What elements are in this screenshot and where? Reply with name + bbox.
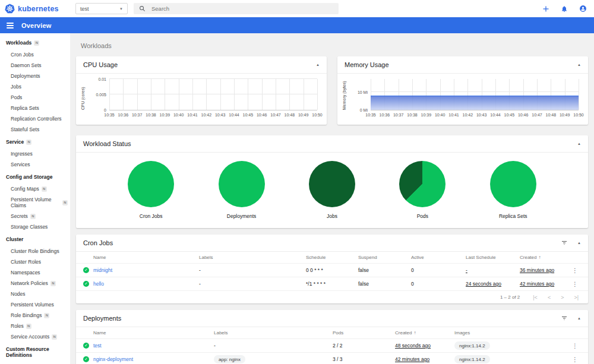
namespaced-badge: N <box>26 324 31 329</box>
resource-link[interactable]: nginx-deployment <box>93 356 214 362</box>
resource-link[interactable]: hello <box>93 281 199 287</box>
row-actions-kebab-icon[interactable]: ⋮ <box>569 343 581 349</box>
grid-vline <box>179 79 179 110</box>
created-value[interactable]: 48 seconds ago <box>395 343 431 349</box>
column-header-labels[interactable]: Labels <box>199 255 306 260</box>
column-header-pods[interactable]: Pods <box>333 330 395 335</box>
pagination-range: 1 – 2 of 2 <box>500 295 520 300</box>
sidebar-section-workloads[interactable]: WorkloadsN <box>0 36 70 49</box>
collapse-icon[interactable]: ▲ <box>577 316 581 320</box>
sidebar-item-deployments[interactable]: Deployments <box>0 71 70 81</box>
grid-hline <box>109 78 317 79</box>
grid-vline <box>165 79 165 110</box>
column-header-last-schedule[interactable]: Last Schedule <box>466 255 520 260</box>
row-actions-kebab-icon[interactable]: ⋮ <box>569 267 581 274</box>
namespace-select[interactable]: test ▼ <box>75 3 128 14</box>
sidebar-section-custom-resource-definitions[interactable]: Custom Resource Definitions <box>0 342 70 362</box>
x-axis-tick-label: 10:47 <box>270 113 281 117</box>
created-value[interactable]: 36 minutes ago <box>520 267 554 273</box>
next-page-icon[interactable]: > <box>561 295 564 300</box>
grid-vline <box>109 79 110 110</box>
sidebar-item-jobs[interactable]: Jobs <box>0 81 70 92</box>
x-axis-tick-label: 10:45 <box>243 113 254 117</box>
pie-chart-cron-jobs[interactable] <box>128 161 174 207</box>
namespaced-badge: N <box>26 140 31 145</box>
sidebar-item-role-bindings[interactable]: Role BindingsN <box>0 310 70 321</box>
created-value[interactable]: 42 minutes ago <box>520 281 554 287</box>
filter-icon[interactable] <box>561 315 568 322</box>
column-header-schedule[interactable]: Schedule <box>306 255 358 260</box>
last_schedule-value[interactable]: 24 seconds ago <box>466 281 501 287</box>
column-header-name[interactable]: Name <box>93 330 214 335</box>
hamburger-menu-icon[interactable] <box>7 23 14 29</box>
sidebar-item-cluster-roles[interactable]: Cluster Roles <box>0 257 70 267</box>
collapse-icon[interactable]: ▲ <box>577 142 581 145</box>
column-header-suspend[interactable]: Suspend <box>358 255 411 260</box>
sidebar-item-daemon-sets[interactable]: Daemon Sets <box>0 60 70 71</box>
sidebar-item-nodes[interactable]: Nodes <box>0 289 70 299</box>
collapse-icon[interactable]: ▲ <box>316 63 320 67</box>
sidebar-item-roles[interactable]: RolesN <box>0 321 70 331</box>
row-actions-kebab-icon[interactable]: ⋮ <box>569 356 581 363</box>
sidebar-section-service[interactable]: ServiceN <box>0 135 70 148</box>
sidebar-item-replication-controllers[interactable]: Replication Controllers <box>0 113 70 124</box>
sidebar-item-storage-classes[interactable]: Storage Classes <box>0 221 70 232</box>
column-header-active[interactable]: Active <box>411 255 466 260</box>
search-input[interactable] <box>151 5 333 12</box>
memory-chart-plot: 10:3510:3610:3710:3810:3910:4010:4110:42… <box>371 79 579 110</box>
row-actions-kebab-icon[interactable]: ⋮ <box>569 281 581 287</box>
first-page-icon[interactable]: |< <box>533 295 538 300</box>
sidebar-item-persistent-volumes[interactable]: Persistent Volumes <box>0 299 70 310</box>
sidebar-item-cron-jobs[interactable]: Cron Jobs <box>0 49 70 60</box>
sidebar-item-service-accounts[interactable]: Service AccountsN <box>0 331 70 342</box>
collapse-icon[interactable]: ▲ <box>577 63 581 67</box>
sidebar-item-cluster[interactable]: Cluster <box>0 362 70 364</box>
column-header-images[interactable]: Images <box>454 330 569 335</box>
status-ok-icon: ✓ <box>83 267 89 273</box>
pie-replica-sets: Replica Sets <box>490 161 536 219</box>
search-bar[interactable] <box>134 3 339 14</box>
resource-link[interactable]: midnight <box>93 267 199 273</box>
x-axis-tick-label: 10:42 <box>463 113 473 117</box>
collapse-icon[interactable]: ▲ <box>577 241 581 245</box>
pie-chart-jobs[interactable] <box>309 161 355 207</box>
account-icon[interactable] <box>579 5 587 12</box>
column-header-name[interactable]: Name <box>93 255 199 260</box>
sidebar-item-cluster-role-bindings[interactable]: Cluster Role Bindings <box>0 246 70 257</box>
sidebar-item-label: Nodes <box>11 291 26 297</box>
create-plus-icon[interactable] <box>542 5 549 12</box>
pie-chart-replica-sets[interactable] <box>490 161 536 207</box>
filter-icon[interactable] <box>561 239 568 246</box>
sidebar-item-label: Ingresses <box>11 151 33 157</box>
column-header-labels[interactable]: Labels <box>214 330 333 335</box>
previous-page-icon[interactable]: < <box>548 295 551 300</box>
pie-chart-pods[interactable] <box>399 161 446 207</box>
column-header-created[interactable]: Created↑ <box>395 330 454 335</box>
created-value[interactable]: 42 minutes ago <box>395 356 429 362</box>
brand[interactable]: kubernetes <box>5 0 59 17</box>
sidebar-section-cluster[interactable]: Cluster <box>0 232 70 246</box>
sidebar-item-config-maps[interactable]: Config MapsN <box>0 183 70 194</box>
last-page-icon[interactable]: >| <box>574 295 579 300</box>
last_schedule-value[interactable]: - <box>466 267 467 273</box>
sidebar-item-network-policies[interactable]: Network PoliciesN <box>0 278 70 289</box>
sidebar-item-ingresses[interactable]: Ingresses <box>0 148 70 159</box>
sidebar-item-replica-sets[interactable]: Replica Sets <box>0 103 70 113</box>
x-axis-tick-label: 10:39 <box>160 113 170 117</box>
bell-icon[interactable] <box>561 5 568 12</box>
grid-vline <box>304 79 304 110</box>
column-header-created[interactable]: Created↑ <box>520 255 569 260</box>
x-axis-tick-label: 10:48 <box>285 113 295 117</box>
sidebar-item-label: Cluster Roles <box>11 259 41 265</box>
pie-chart-deployments[interactable] <box>219 161 265 207</box>
sidebar-item-secrets[interactable]: SecretsN <box>0 211 70 221</box>
grid-hline <box>371 91 579 92</box>
sidebar-item-persistent-volume-claims[interactable]: Persistent Volume ClaimsN <box>0 194 70 211</box>
sidebar-item-stateful-sets[interactable]: Stateful Sets <box>0 124 70 135</box>
sidebar-item-label: Stateful Sets <box>11 126 39 132</box>
resource-link[interactable]: test <box>93 343 214 349</box>
sidebar-item-services[interactable]: Services <box>0 159 70 170</box>
sidebar-section-config-and-storage[interactable]: Config and Storage <box>0 170 70 183</box>
sidebar-item-namespaces[interactable]: Namespaces <box>0 267 70 278</box>
sidebar-item-pods[interactable]: Pods <box>0 92 70 103</box>
